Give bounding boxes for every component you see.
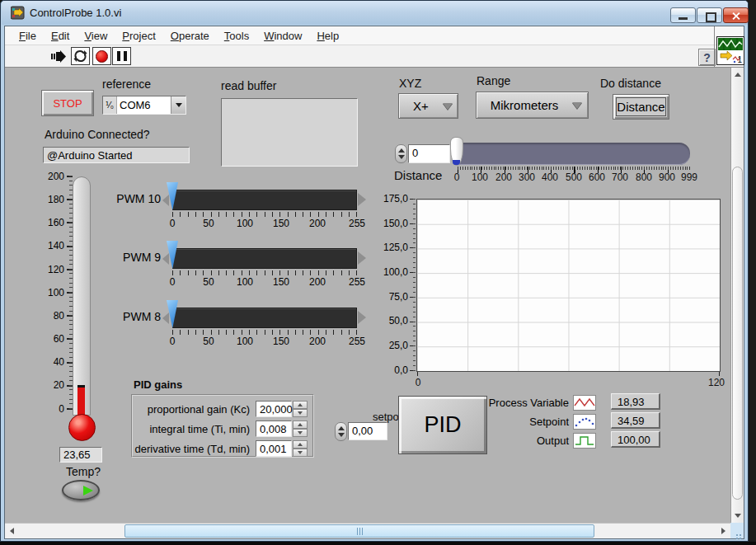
vi-number: 1 <box>737 55 742 64</box>
temp-value-field: 23,65 <box>59 447 102 463</box>
process-variable-label: Process Variable <box>467 397 569 409</box>
menubar: File Edit View Project Operate Tools Win… <box>5 26 744 45</box>
ti-label: integral time (Ti, min) <box>134 423 250 435</box>
scroll-left-icon[interactable] <box>10 528 14 534</box>
distance-tick: 0 <box>454 171 460 183</box>
run-continuously-button[interactable] <box>71 47 90 65</box>
toolbar <box>5 45 744 68</box>
distance-slider-track[interactable] <box>457 143 690 165</box>
pwm-tick: 50 <box>203 276 214 288</box>
output-plot-icon <box>573 433 596 449</box>
toolbar-divider <box>714 26 715 67</box>
scroll-right-icon[interactable] <box>721 528 725 534</box>
pwm-10-track[interactable] <box>172 190 357 210</box>
setpoint-spinner[interactable] <box>335 422 347 441</box>
visa-io-icon: ⅟₀ <box>103 96 117 114</box>
decrement-icon <box>398 155 405 159</box>
menu-edit[interactable]: Edit <box>44 27 77 45</box>
run-button[interactable] <box>49 47 68 65</box>
process-variable-plot-icon <box>573 395 596 411</box>
pause-icon <box>117 51 120 61</box>
run-continuously-icon <box>73 49 87 63</box>
pwm-tick: 100 <box>237 276 253 288</box>
process-variable-row: Process Variable 18,93 <box>467 393 714 411</box>
decrement-icon <box>298 411 303 415</box>
pwm-tick: 100 <box>237 218 253 229</box>
distance-tick: 800 <box>636 171 652 183</box>
pause-button[interactable] <box>112 47 131 65</box>
slider-right-arrow-icon <box>358 311 366 324</box>
horizontal-scrollbar-thumb[interactable] <box>124 524 594 538</box>
visa-dropdown-button[interactable] <box>171 96 185 114</box>
kc-input[interactable]: 20,000 <box>256 401 292 417</box>
run-arrow-icon <box>51 50 67 63</box>
chart-y-tick: 75,0 <box>378 291 408 303</box>
read-buffer-field <box>221 98 358 167</box>
distance-button[interactable]: Distance <box>613 94 669 120</box>
thermo-tick: 0 <box>41 403 64 415</box>
desktop-background <box>0 542 756 545</box>
range-dropdown[interactable]: Mikrometers <box>476 92 589 119</box>
distance-tick: 100 <box>472 171 488 183</box>
range-value: Mikrometers <box>477 98 572 112</box>
labview-vi-icon <box>11 6 26 20</box>
slider-left-arrow-icon <box>162 253 169 265</box>
pwm-9-track[interactable] <box>172 248 357 269</box>
menu-operate[interactable]: Operate <box>163 27 217 45</box>
output-value: 100,00 <box>611 431 660 448</box>
visa-resource-combo[interactable]: ⅟₀ COM6 <box>102 96 186 115</box>
increment-icon <box>298 423 303 426</box>
chevron-down-icon <box>176 103 182 107</box>
maximize-icon <box>706 12 716 22</box>
menu-window[interactable]: Window <box>256 27 309 45</box>
kc-spinner[interactable] <box>293 401 308 417</box>
td-input[interactable]: 0,001 <box>256 440 292 457</box>
pwm-tick: 255 <box>349 276 365 288</box>
vertical-scrollbar[interactable] <box>730 68 744 523</box>
menu-project[interactable]: Project <box>115 27 162 45</box>
setpoint-value-field[interactable]: 0,00 <box>348 422 387 440</box>
client-area: File Edit View Project Operate Tools Win… <box>4 26 744 539</box>
context-help-button[interactable]: ? <box>698 49 716 66</box>
ti-spinner[interactable] <box>293 420 308 437</box>
chart-y-minor-ticks <box>413 199 416 372</box>
distance-spinner[interactable] <box>395 144 407 163</box>
td-spinner[interactable] <box>293 440 308 457</box>
scroll-up-icon[interactable] <box>735 73 741 77</box>
pwm-8-label: PWM 8 <box>101 310 161 323</box>
pwm-8-track[interactable] <box>172 308 357 328</box>
chart-x-tick: 0 <box>416 377 421 388</box>
titlebar[interactable]: ControlProbe 1.0.vi <box>2 1 748 25</box>
front-panel: STOP reference ⅟₀ COM6 Arduino Connected… <box>5 68 730 523</box>
pwm-tick: 200 <box>309 218 326 229</box>
menu-file[interactable]: File <box>12 27 44 45</box>
decrement-icon <box>298 431 303 435</box>
ti-input[interactable]: 0,008 <box>256 420 292 437</box>
pwm-9-ticks <box>172 270 359 275</box>
distance-tick: 600 <box>589 171 605 183</box>
maximize-button[interactable] <box>697 7 722 23</box>
xyz-dropdown[interactable]: X+ <box>398 93 458 119</box>
chevron-down-icon <box>572 102 582 109</box>
chart-x-tick-mark <box>417 372 418 376</box>
vertical-scrollbar-thumb[interactable] <box>732 167 743 500</box>
abort-button[interactable] <box>92 47 111 65</box>
scroll-down-icon[interactable] <box>735 514 741 518</box>
chart-y-tick: 25,0 <box>378 340 408 351</box>
menu-view[interactable]: View <box>77 27 115 45</box>
distance-tick: 400 <box>542 171 558 183</box>
close-button[interactable] <box>723 7 749 23</box>
pwm-tick: 150 <box>273 218 289 229</box>
resize-grip[interactable] <box>730 523 744 538</box>
minimize-button[interactable] <box>670 7 696 23</box>
pwm-10-ticks <box>172 212 359 217</box>
horizontal-scrollbar[interactable] <box>5 523 730 538</box>
menu-tools[interactable]: Tools <box>217 27 256 45</box>
stop-button[interactable]: STOP <box>41 90 94 116</box>
pwm-tick: 255 <box>349 336 365 347</box>
distance-value-field[interactable]: 0 <box>408 144 450 163</box>
setpoint-plot-icon <box>573 414 596 430</box>
distance-tick: 900 <box>659 171 675 183</box>
menu-help[interactable]: Help <box>309 27 346 45</box>
pwm-tick: 150 <box>273 336 289 347</box>
